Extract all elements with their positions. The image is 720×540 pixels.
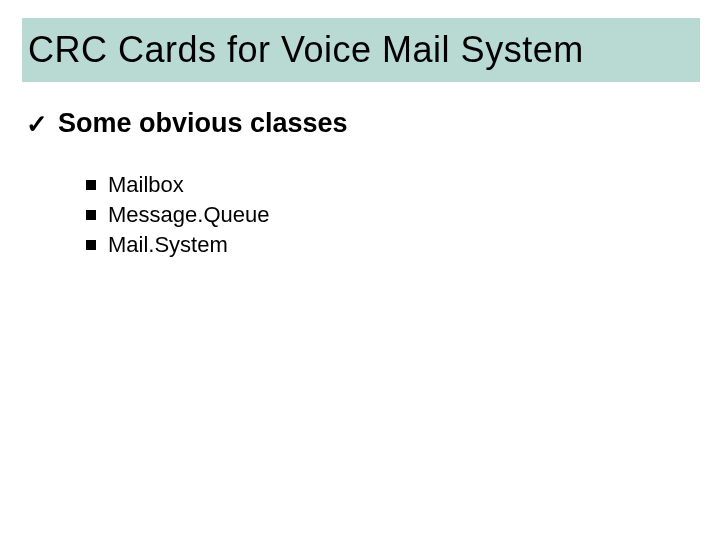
slide: CRC Cards for Voice Mail System ✓ Some o… [0, 0, 720, 540]
square-bullet-icon [86, 240, 96, 250]
list-item-label: Message.Queue [108, 202, 269, 228]
bullet-1-text: Some obvious classes [58, 108, 348, 139]
list-item: Message.Queue [86, 202, 269, 228]
list-item-label: Mail.System [108, 232, 228, 258]
title-bar: CRC Cards for Voice Mail System [22, 18, 700, 82]
list-item: Mailbox [86, 172, 269, 198]
list-item-label: Mailbox [108, 172, 184, 198]
square-bullet-icon [86, 180, 96, 190]
bullet-level-1: ✓ Some obvious classes [26, 108, 348, 139]
slide-title: CRC Cards for Voice Mail System [28, 30, 584, 70]
checkmark-icon: ✓ [26, 111, 48, 137]
square-bullet-icon [86, 210, 96, 220]
list-item: Mail.System [86, 232, 269, 258]
sublist: Mailbox Message.Queue Mail.System [86, 172, 269, 262]
